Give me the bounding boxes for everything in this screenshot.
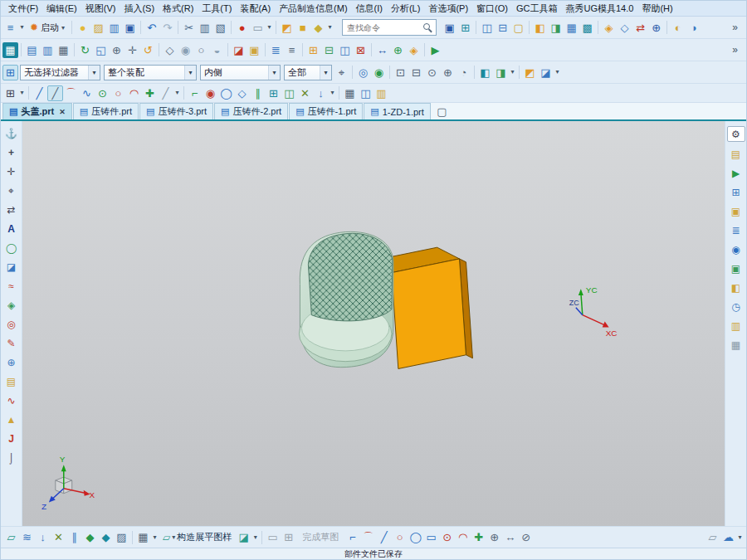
expand-icon[interactable]: + <box>3 145 20 159</box>
circle-icon[interactable]: ○ <box>110 85 126 101</box>
material-icon[interactable]: ◐ <box>670 20 686 36</box>
selection-option-arrow-icon[interactable]: ▾ <box>268 66 280 80</box>
layer-filter-combo[interactable]: 全部 ▾ <box>284 65 332 80</box>
capture-icon[interactable]: ▢ <box>510 20 526 36</box>
point-icon[interactable]: ⊙ <box>439 529 455 545</box>
highlight-icon[interactable]: ◎ <box>355 65 371 80</box>
type-filter-icon[interactable]: ⊞ <box>2 65 18 80</box>
file-tab[interactable]: ▤ 1-ZD-1.prt <box>364 103 431 119</box>
quick-access-arrow-icon[interactable]: ▾ <box>18 20 26 36</box>
save-all-icon[interactable]: ▣ <box>442 20 457 36</box>
view-gallery-icon[interactable]: ▣ <box>728 261 745 275</box>
arc3-icon[interactable]: ⌒ <box>63 85 79 101</box>
text-tool-icon[interactable]: A <box>3 222 20 236</box>
offset-icon[interactable]: ∥ <box>250 85 266 101</box>
half-shade-icon[interactable]: ◒ <box>209 42 225 58</box>
rotate-view-icon[interactable]: ↺ <box>140 42 156 58</box>
redo-icon[interactable]: ↷ <box>159 20 175 36</box>
menu-file[interactable]: 文件(F) <box>4 2 42 16</box>
hatch-icon[interactable]: ▨ <box>114 529 129 545</box>
perspective-icon[interactable]: ◇ <box>162 42 178 58</box>
extract-curve-icon[interactable]: ≋ <box>19 529 35 545</box>
loft-tool-icon[interactable]: ◈ <box>3 298 20 312</box>
assembly-navigator-icon[interactable]: ⊞ <box>728 185 745 199</box>
menu-assembly[interactable]: 装配(A) <box>236 2 275 16</box>
history-icon[interactable]: ◷ <box>728 299 745 314</box>
menu-yanxiu-mold[interactable]: 燕秀UG模具14.0 <box>561 2 637 16</box>
assemble-icon[interactable]: ⊕ <box>390 42 406 58</box>
interpart-icon[interactable]: ◪ <box>538 65 554 80</box>
selection-filter-combo[interactable]: 无选择过滤器 ▾ <box>20 65 100 80</box>
load-options-icon[interactable]: ◧ <box>532 20 548 36</box>
quick-trim-icon[interactable]: ✚ <box>471 529 486 545</box>
fillet-icon[interactable]: ◠ <box>455 529 471 545</box>
boolean-icon[interactable]: ◆ <box>310 20 326 36</box>
profile-icon[interactable]: ⌐ <box>187 85 203 101</box>
arc-icon[interactable]: ⌒ <box>360 529 376 545</box>
refresh-icon[interactable]: ↻ <box>77 42 93 58</box>
selection-scope-combo[interactable]: 整个装配 ▾ <box>104 65 197 80</box>
constraint-navigator-icon[interactable]: ▣ <box>728 204 745 218</box>
block-icon[interactable]: ■ <box>295 20 310 36</box>
extrude-icon[interactable]: ◩ <box>279 20 295 36</box>
tile-window-icon[interactable]: ⊟ <box>495 20 510 36</box>
menu-format[interactable]: 格式(R) <box>159 2 198 16</box>
view-style-arrow-icon[interactable]: ▾ <box>266 20 273 36</box>
detach-tab-icon[interactable]: ▢ <box>434 104 450 119</box>
sketch-props-icon[interactable]: ◪ <box>236 529 251 545</box>
command-search[interactable] <box>342 19 437 36</box>
line-icon[interactable]: ╱ <box>32 85 47 101</box>
open-folder-icon[interactable]: ▨ <box>90 20 106 36</box>
toolbar-overflow-icon[interactable]: » <box>727 42 743 58</box>
sequence-icon[interactable]: ▶ <box>427 42 443 58</box>
clipboard-icon[interactable]: ▱ <box>705 529 720 545</box>
pattern-curve-icon[interactable]: ◆ <box>82 529 98 545</box>
cone-tool-icon[interactable]: ▲ <box>3 412 20 426</box>
cloud-icon[interactable]: ☁ <box>720 529 736 545</box>
pattern-icon[interactable]: ⊞ <box>266 85 281 101</box>
sheet-tool-icon[interactable]: ▤ <box>3 374 20 388</box>
line2-icon[interactable]: ╱ <box>158 85 173 101</box>
file-tab[interactable]: ▤ 压铸件-2.prt <box>214 103 288 119</box>
wave-link-icon[interactable]: ◈ <box>601 20 617 36</box>
move-component2-icon[interactable]: ↔ <box>374 42 390 58</box>
overflow-arrow-icon[interactable]: ▾ <box>736 529 744 545</box>
menu-help[interactable]: 帮助(H) <box>637 2 676 16</box>
intersection-curve-icon[interactable]: ✕ <box>51 529 66 545</box>
wireframe-view-icon[interactable]: ○ <box>193 42 209 58</box>
open-part-icon[interactable]: ▥ <box>106 20 122 36</box>
undo-icon[interactable]: ↶ <box>144 20 159 36</box>
touch-icon[interactable]: ▦ <box>728 338 745 352</box>
snap-target-icon[interactable]: ⌖ <box>3 183 20 197</box>
view-menu-icon[interactable]: ▦ <box>2 42 18 58</box>
curve-arrow-icon[interactable]: ▾ <box>173 85 181 101</box>
spline-icon[interactable]: ∿ <box>79 85 95 101</box>
ellipse-icon[interactable]: ◯ <box>218 85 234 101</box>
pen-tool-icon[interactable]: ✎ <box>3 336 20 350</box>
file-tab[interactable]: ▤ 压铸件.prt <box>73 103 139 119</box>
start-menu-button[interactable]: ✹ 启动 ▾ <box>26 21 69 35</box>
rectangle-icon[interactable]: ▭ <box>423 529 439 545</box>
gc-tool2-icon[interactable]: ◨ <box>493 65 509 80</box>
context-icon[interactable]: ◩ <box>522 65 538 80</box>
more-sketch-icon[interactable]: ⊘ <box>518 529 534 545</box>
project-icon[interactable]: ↓ <box>313 85 329 101</box>
search-icon[interactable] <box>422 22 433 33</box>
snap-enable-icon[interactable]: ⌖ <box>334 65 349 80</box>
constraint-icon[interactable]: ⊕ <box>486 529 502 545</box>
selection-option-combo[interactable]: 内侧 ▾ <box>200 65 281 80</box>
studio-spline-icon[interactable]: ◉ <box>203 85 218 101</box>
snap-quadrant-icon[interactable]: ◔ <box>456 65 471 80</box>
command-search-input[interactable] <box>345 22 422 33</box>
profile-icon[interactable]: ⌐ <box>344 529 360 545</box>
component-icon[interactable]: ◇ <box>617 20 632 36</box>
circle-tool-icon[interactable]: ◎ <box>3 317 20 331</box>
snap-point-icon[interactable]: ⊙ <box>424 65 440 80</box>
bounds-icon[interactable]: ▭ <box>265 529 281 545</box>
pattern-grid-icon[interactable]: ▦ <box>564 20 579 36</box>
save-icon[interactable]: ▣ <box>122 20 138 36</box>
part-navigator-icon[interactable]: ≣ <box>728 223 745 237</box>
menu-gc-toolbox[interactable]: GC工具箱 <box>512 2 562 16</box>
ellipse-icon[interactable]: ◯ <box>408 529 423 545</box>
zoom-icon[interactable]: ⊕ <box>109 42 124 58</box>
